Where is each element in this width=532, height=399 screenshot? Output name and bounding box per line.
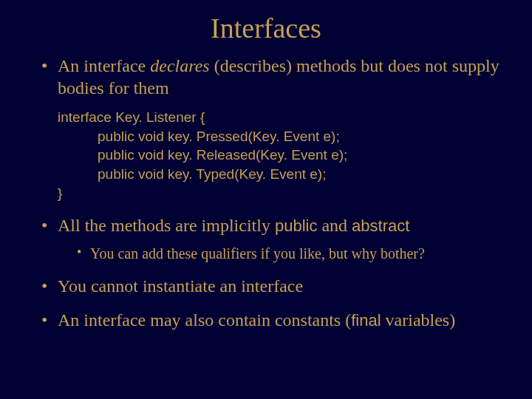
bullet-2: All the methods are implicitly public an…: [41, 214, 507, 263]
bullet-1-declares: declares: [150, 56, 209, 75]
bullet-4-text-b: variables): [381, 310, 456, 330]
code-line-3: public void key. Released(Key. Event e);: [58, 146, 507, 165]
keyword-public: public: [275, 216, 317, 235]
code-block: interface Key. Listener { public void ke…: [58, 108, 507, 202]
bullet-2-text-a: All the methods are implicitly: [58, 216, 275, 235]
bullet-2-and: and: [317, 216, 352, 235]
slide-title: Interfaces: [0, 0, 532, 55]
bullet-3: You cannot instantiate an interface: [41, 275, 507, 297]
code-line-4: public void key. Typed(Key. Event e);: [58, 165, 507, 184]
code-line-2: public void key. Pressed(Key. Event e);: [58, 127, 507, 146]
bullet-1-text-a: An interface: [58, 56, 150, 75]
sub-bullet-list: You can add these qualifiers if you like…: [58, 244, 507, 263]
keyword-abstract: abstract: [352, 216, 409, 235]
bullet-list: An interface declares (describes) method…: [0, 55, 532, 331]
slide: Interfaces An interface declares (descri…: [0, 0, 532, 399]
sub-bullet-1: You can add these qualifiers if you like…: [77, 244, 507, 263]
bullet-4-text-a: An interface may also contain constants …: [58, 310, 351, 330]
code-line-5: }: [58, 184, 507, 203]
keyword-final: final: [351, 311, 381, 330]
bullet-4: An interface may also contain constants …: [41, 309, 507, 331]
bullet-1: An interface declares (describes) method…: [41, 55, 507, 202]
code-line-1: interface Key. Listener {: [58, 108, 507, 127]
